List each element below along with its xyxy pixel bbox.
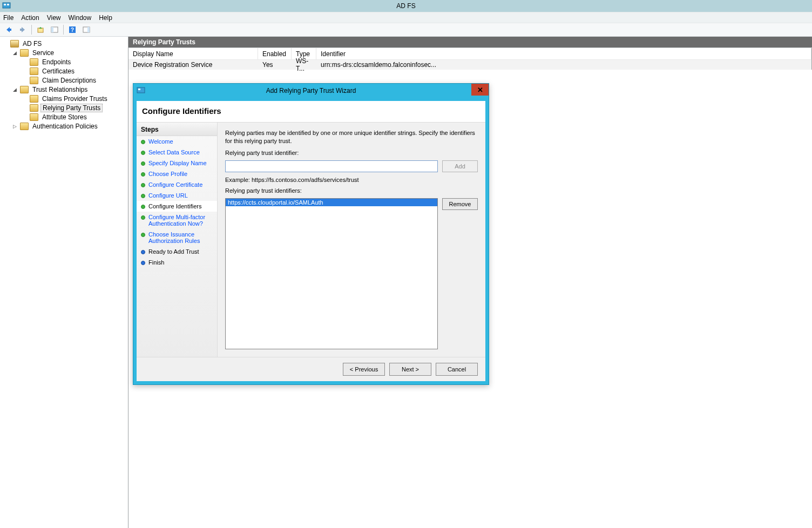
- svg-rect-1: [4, 4, 6, 5]
- tree-claims-provider-trusts[interactable]: Claims Provider Trusts: [21, 94, 127, 103]
- wizard-titlebar[interactable]: Add Relying Party Trust Wizard ✕: [133, 84, 489, 98]
- identifier-label: Relying party trust identifier:: [225, 150, 478, 156]
- tree-claimdesc-label: Claim Descriptions: [40, 77, 98, 84]
- content-pane: Relying Party Trusts Display Name Enable…: [128, 37, 812, 528]
- cell-display-name: Device Registration Service: [128, 61, 258, 69]
- menu-bar: File Action View Window Help: [0, 12, 812, 23]
- twisty-icon[interactable]: ◢: [12, 50, 18, 56]
- tree-claimsprov-label: Claims Provider Trusts: [40, 95, 109, 103]
- identifier-list-item[interactable]: https://ccts.cloudportal.io/SAMLAuth: [226, 199, 437, 206]
- cell-type: WS-T...: [292, 57, 316, 72]
- svg-rect-3: [38, 28, 43, 32]
- identifiers-listbox[interactable]: https://ccts.cloudportal.io/SAMLAuth: [225, 198, 438, 349]
- svg-rect-2: [7, 4, 9, 5]
- step-choose-profile[interactable]: Choose Profile: [137, 168, 217, 179]
- wizard-steps-pane: Steps Welcome Select Data Source Specify…: [137, 123, 218, 357]
- twisty-icon[interactable]: ◢: [12, 87, 18, 92]
- next-button[interactable]: Next >: [389, 363, 431, 376]
- toolbar-separator: [31, 25, 32, 35]
- window-titlebar: AD FS: [0, 0, 812, 12]
- tree-relying-party-trusts[interactable]: Relying Party Trusts: [21, 103, 127, 112]
- list-header: Display Name Enabled Type Identifier: [128, 48, 811, 60]
- tree-root-label: AD FS: [21, 40, 43, 48]
- cell-enabled: Yes: [258, 61, 292, 69]
- tree-pane: AD FS ◢ Service Endpoints Certificates C…: [0, 37, 128, 528]
- up-button[interactable]: [34, 24, 47, 36]
- tree-trustrel-label: Trust Relationships: [31, 86, 89, 93]
- tree-certificates-label: Certificates: [40, 67, 76, 75]
- identifiers-list-label: Relying party trust identifiers:: [225, 187, 478, 194]
- twisty-icon[interactable]: ▷: [12, 124, 18, 129]
- tree-trust-relationships[interactable]: ◢ Trust Relationships: [11, 85, 127, 94]
- folder-icon: [30, 113, 38, 121]
- svg-rect-11: [138, 89, 140, 90]
- content-header: Relying Party Trusts: [128, 37, 812, 48]
- app-icon: [2, 1, 11, 10]
- tree-service[interactable]: ◢ Service: [11, 48, 127, 57]
- svg-rect-5: [51, 27, 53, 32]
- steps-title: Steps: [137, 123, 217, 136]
- wizard-close-button[interactable]: ✕: [471, 84, 489, 96]
- wizard-description: Relying parties may be identified by one…: [225, 129, 478, 145]
- wizard-title-text: Add Relying Party Trust Wizard: [266, 87, 356, 94]
- menu-window[interactable]: Window: [69, 14, 92, 22]
- folder-icon: [30, 58, 38, 66]
- wizard-content: Relying parties may be identified by one…: [218, 123, 485, 357]
- show-hide-action-pane-button[interactable]: [80, 24, 93, 36]
- example-text: Example: https://fs.contoso.com/adfs/ser…: [225, 177, 478, 183]
- wizard-dialog: Add Relying Party Trust Wizard ✕ Configu…: [133, 83, 489, 385]
- tree-endpoints-label: Endpoints: [40, 58, 72, 66]
- wizard-heading: Configure Identifiers: [137, 101, 485, 122]
- tree-relying-label: Relying Party Trusts: [40, 104, 103, 112]
- tree-authpol-label: Authentication Policies: [31, 123, 99, 130]
- col-identifier[interactable]: Identifier: [316, 48, 811, 59]
- tree-root-adfs[interactable]: AD FS: [1, 39, 127, 48]
- identifier-input[interactable]: [225, 160, 438, 172]
- tree-service-label: Service: [31, 49, 56, 57]
- step-finish[interactable]: Finish: [137, 257, 217, 268]
- step-ready-to-add-trust[interactable]: Ready to Add Trust: [137, 246, 217, 257]
- svg-rect-9: [87, 27, 90, 32]
- step-choose-issuance[interactable]: Choose Issuance Authorization Rules: [137, 229, 217, 246]
- folder-icon: [20, 49, 29, 57]
- remove-button[interactable]: Remove: [442, 198, 478, 210]
- step-specify-display-name[interactable]: Specify Display Name: [137, 158, 217, 168]
- folder-icon: [30, 67, 38, 75]
- help-button[interactable]: ?: [66, 24, 79, 36]
- tree-authentication-policies[interactable]: ▷ Authentication Policies: [11, 121, 127, 131]
- tree-certificates[interactable]: Certificates: [21, 66, 127, 76]
- forward-button[interactable]: [16, 24, 29, 36]
- folder-icon: [10, 40, 19, 48]
- step-welcome[interactable]: Welcome: [137, 136, 217, 147]
- toolbar-separator-2: [63, 25, 64, 35]
- svg-text:?: ?: [71, 27, 74, 33]
- col-display-name[interactable]: Display Name: [128, 48, 258, 59]
- toolbar: ?: [0, 23, 812, 37]
- tree-endpoints[interactable]: Endpoints: [21, 57, 127, 66]
- tree-claim-descriptions[interactable]: Claim Descriptions: [21, 76, 127, 85]
- add-button[interactable]: Add: [442, 160, 478, 172]
- menu-file[interactable]: File: [3, 14, 13, 22]
- folder-icon: [30, 95, 38, 103]
- menu-action[interactable]: Action: [21, 14, 39, 22]
- previous-button[interactable]: < Previous: [343, 363, 385, 376]
- step-configure-url[interactable]: Configure URL: [137, 190, 217, 201]
- tree-attribute-stores[interactable]: Attribute Stores: [21, 112, 127, 121]
- step-configure-mfa[interactable]: Configure Multi-factor Authentication No…: [137, 212, 217, 229]
- cancel-button[interactable]: Cancel: [436, 363, 478, 376]
- show-hide-tree-button[interactable]: [48, 24, 61, 36]
- folder-icon: [20, 123, 29, 130]
- back-button[interactable]: [2, 24, 15, 36]
- folder-icon: [30, 104, 38, 112]
- menu-view[interactable]: View: [47, 14, 61, 22]
- list-row[interactable]: Device Registration Service Yes WS-T... …: [128, 60, 811, 70]
- menu-help[interactable]: Help: [99, 14, 112, 22]
- step-select-data-source[interactable]: Select Data Source: [137, 147, 217, 158]
- step-configure-certificate[interactable]: Configure Certificate: [137, 179, 217, 190]
- folder-icon: [20, 86, 29, 93]
- wizard-footer: < Previous Next > Cancel: [137, 357, 485, 381]
- step-configure-identifiers[interactable]: Configure Identifiers: [137, 201, 217, 212]
- col-enabled[interactable]: Enabled: [258, 48, 292, 59]
- folder-icon: [30, 77, 38, 84]
- wizard-icon: [137, 86, 145, 94]
